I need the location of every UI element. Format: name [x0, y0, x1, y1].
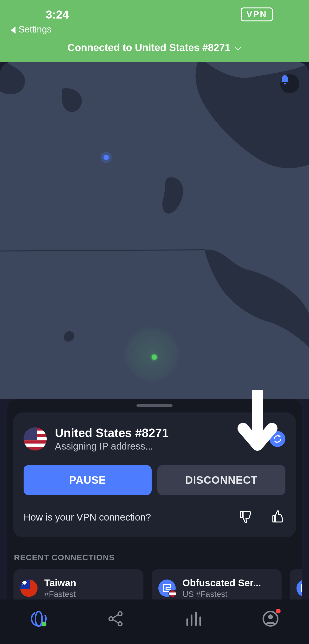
bottom-panel: United States #8271 Assigning IP address… — [7, 399, 302, 600]
server-name: United States #8271 — [55, 426, 261, 440]
svg-point-4 — [42, 622, 46, 626]
svg-point-6 — [118, 612, 122, 616]
tab-profile[interactable] — [261, 609, 280, 628]
thumbs-up-icon — [271, 510, 286, 524]
map-view[interactable] — [0, 62, 309, 399]
recent-title: Taiwan — [44, 578, 76, 588]
recent-subtitle: #Fastest — [44, 589, 76, 599]
bars-icon — [185, 611, 202, 626]
back-to-settings[interactable]: ◀ Settings — [0, 22, 309, 37]
refresh-button[interactable] — [270, 431, 286, 447]
thumbs-up-button[interactable] — [271, 510, 286, 525]
obfuscated-server-icon — [158, 580, 176, 597]
svg-line-9 — [113, 620, 118, 623]
tab-stats[interactable] — [184, 609, 203, 628]
back-label: Settings — [18, 24, 52, 35]
connection-status-dropdown[interactable]: Connected to United States #8271 — [0, 37, 309, 54]
recent-connections-heading: RECENT CONNECTIONS — [14, 553, 302, 562]
thumbs-down-button[interactable] — [239, 510, 253, 525]
nodes-icon — [108, 610, 124, 627]
tab-bar — [0, 600, 309, 644]
disconnect-button[interactable]: DISCONNECT — [158, 465, 286, 495]
notifications-button[interactable] — [280, 74, 299, 94]
thumbs-down-icon — [239, 510, 253, 524]
status-bar: 3:24 VPN — [0, 0, 309, 22]
rating-prompt: How is your VPN connection? — [24, 512, 151, 523]
vpn-indicator: VPN — [241, 8, 273, 22]
refresh-icon — [273, 434, 282, 444]
connection-card: United States #8271 Assigning IP address… — [13, 412, 296, 538]
pause-button[interactable]: PAUSE — [24, 465, 152, 495]
globe-icon — [29, 609, 48, 628]
chevron-down-icon — [235, 42, 242, 54]
svg-point-7 — [118, 622, 122, 626]
svg-point-15 — [268, 614, 273, 619]
map-pulse-ring — [123, 325, 180, 383]
svg-point-3 — [36, 612, 42, 626]
taiwan-flag-icon — [20, 580, 38, 597]
bell-icon — [280, 74, 290, 85]
server-status: Assigning IP address... — [55, 441, 261, 452]
drag-handle[interactable] — [136, 404, 172, 407]
obfuscated-server-icon — [296, 580, 302, 597]
divider — [262, 508, 262, 526]
tab-home[interactable] — [29, 609, 48, 628]
clock-time: 3:24 — [46, 8, 69, 21]
recent-subtitle: US #Fastest — [182, 589, 261, 599]
svg-point-5 — [109, 617, 113, 621]
profile-icon — [262, 610, 279, 627]
notification-dot-icon — [276, 608, 280, 614]
back-caret-icon: ◀ — [10, 24, 16, 35]
us-flag-icon — [24, 428, 47, 450]
recent-title: Obfuscated Ser... — [182, 578, 261, 588]
map-location-marker-active — [152, 354, 157, 360]
map-location-marker-secondary — [104, 155, 109, 160]
svg-line-8 — [113, 615, 118, 618]
connected-text: Connected to United States #8271 — [68, 42, 230, 54]
header: 3:24 VPN ◀ Settings Connected to United … — [0, 0, 309, 62]
tab-nodes[interactable] — [106, 609, 126, 628]
